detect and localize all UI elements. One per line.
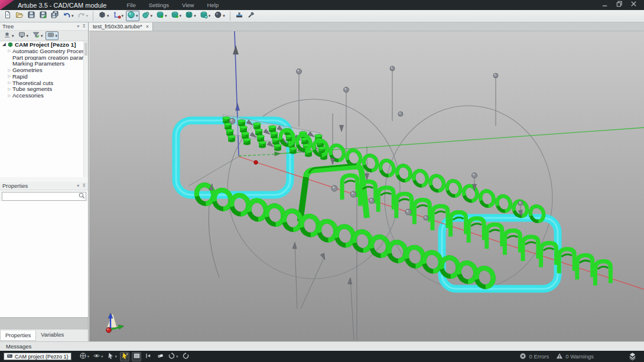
rotate-cw-button[interactable] [181, 352, 191, 361]
dropdown-caret-icon[interactable]: ▾ [27, 34, 29, 38]
dropdown-caret-icon[interactable]: ▾ [180, 14, 182, 18]
chevron-down-icon[interactable]: ▾ [77, 183, 79, 188]
cursor-highlight-button[interactable] [120, 352, 129, 361]
tree-item-label: Tube segments [12, 86, 52, 93]
selection-box-button[interactable] [132, 352, 141, 361]
tree-item-marking-parameters[interactable]: Marking Parameters [0, 60, 84, 67]
dropdown-caret-icon[interactable]: ▾ [71, 14, 74, 18]
rotate-cw-icon [182, 351, 190, 362]
steering-wheel-button[interactable]: ▾ [79, 352, 90, 361]
axes-origin-button[interactable]: ▾ [112, 11, 125, 21]
tree-item-cam-project-pezzo-1[interactable]: ◢CAM Project [Pezzo 1] [0, 41, 84, 48]
properties-search-field[interactable] [2, 192, 86, 201]
tube-export-button[interactable]: ▾ [170, 11, 183, 21]
tube-add-button[interactable]: ▾ [155, 11, 168, 21]
panel-tab-properties[interactable]: Properties [0, 330, 36, 341]
save-all-button[interactable] [50, 11, 60, 21]
tree-expander-icon[interactable]: ▷ [6, 48, 12, 53]
dropdown-caret-icon[interactable]: ▾ [122, 14, 124, 18]
pin-icon[interactable]: ⊼ [82, 24, 86, 29]
render-mode-button[interactable]: ▾ [213, 11, 226, 21]
dropdown-caret-icon[interactable]: ▾ [87, 354, 90, 359]
eraser-icon [157, 351, 164, 362]
dropdown-caret-icon[interactable]: ▾ [12, 34, 14, 38]
status-bar: CAM project (Pezzo 1) ▾▾▾▾ 0 Errors 0 Wa… [0, 351, 644, 362]
dropdown-caret-icon[interactable]: ▾ [165, 14, 167, 18]
save-all-icon [51, 11, 59, 21]
tree-expander-icon[interactable]: ▷ [6, 80, 12, 85]
menu-file[interactable]: File [123, 1, 139, 9]
document-tab-label: test_fr50x30.artube* [93, 24, 142, 30]
tree-expander-icon[interactable]: ◢ [1, 42, 7, 47]
dropdown-caret-icon[interactable]: ▾ [136, 14, 138, 18]
shaded-tube-button[interactable]: ▾ [126, 11, 139, 21]
eraser-button[interactable] [155, 352, 165, 361]
redo-button[interactable]: ▾ [76, 11, 90, 21]
tree-options-button[interactable]: ▾ [2, 31, 15, 40]
dropdown-caret-icon[interactable]: ▾ [41, 34, 43, 38]
tree-item-label: Accessories [12, 92, 44, 99]
tube-transform-button[interactable]: ▾ [199, 11, 212, 21]
dropdown-caret-icon[interactable]: ▾ [223, 14, 225, 18]
dropdown-caret-icon[interactable]: ▾ [86, 14, 89, 18]
messages-bar[interactable]: Messages [0, 341, 644, 351]
cursor-button[interactable]: ▾ [106, 352, 118, 361]
clean-tool-button[interactable] [234, 11, 245, 21]
redo-icon [77, 11, 86, 21]
document-tab[interactable]: test_fr50x30.artube* × [89, 22, 153, 31]
undo-button[interactable]: ▾ [61, 11, 75, 21]
chevron-down-icon[interactable]: ▾ [77, 24, 79, 29]
panel-tab-variables[interactable]: Variables [36, 330, 69, 340]
menu-settings[interactable]: Settings [145, 1, 173, 9]
tree-item-accessories[interactable]: ▷Accessories [0, 92, 84, 99]
tree-expander-icon[interactable]: ▷ [6, 74, 12, 79]
tree-item-tube-segments[interactable]: ▷Tube segments [0, 86, 84, 93]
dropdown-caret-icon[interactable]: ▾ [101, 354, 103, 359]
eye-button[interactable]: ▾ [92, 352, 104, 361]
machine-cube-button[interactable]: ▾ [97, 11, 110, 21]
tube-rotate-button[interactable]: ▾ [141, 11, 154, 21]
wrench-tool-button[interactable] [246, 11, 256, 21]
warnings-icon [556, 351, 563, 362]
3d-canvas[interactable] [89, 31, 644, 341]
project-selector[interactable]: CAM project (Pezzo 1) [4, 353, 71, 360]
tree-display-button[interactable]: ▾ [17, 31, 30, 40]
tree-item-theoretical-cuts[interactable]: ▷Theoretical cuts [0, 80, 84, 86]
save-as-button[interactable] [38, 11, 48, 21]
menu-help[interactable]: Help [203, 1, 222, 9]
document-tab-bar: test_fr50x30.artube* × [89, 22, 644, 31]
pin-icon[interactable]: ⊼ [82, 183, 86, 188]
snap-marker-button[interactable] [144, 352, 153, 361]
menu-view[interactable]: View [178, 1, 197, 9]
tree-view-mode-button[interactable]: ▾ [45, 31, 59, 40]
tree-expander-icon[interactable]: ▷ [6, 87, 12, 92]
tree-item-geometries[interactable]: ▷Geometries [0, 67, 84, 73]
dropdown-caret-icon[interactable]: ▾ [107, 14, 109, 18]
tree-expander-icon[interactable]: ▷ [6, 93, 12, 98]
dropdown-caret-icon[interactable]: ▾ [56, 34, 58, 38]
dropdown-caret-icon[interactable]: ▾ [176, 354, 178, 359]
tree-item-part-program-creation-parar[interactable]: Part program creation parar [0, 54, 84, 61]
tube-segments-button[interactable]: ▾ [184, 11, 197, 21]
minimize-button[interactable] [600, 0, 610, 10]
tab-close-icon[interactable]: × [146, 24, 149, 30]
dropdown-caret-icon[interactable]: ▾ [209, 14, 211, 18]
tree-expander-icon[interactable]: ▷ [6, 68, 12, 73]
restore-button[interactable] [614, 0, 624, 10]
save-file-button[interactable] [26, 11, 37, 21]
tree-panel-title: Tree [2, 23, 74, 30]
viewport: test_fr50x30.artube* × [89, 22, 644, 341]
search-input[interactable] [2, 194, 78, 200]
dropdown-caret-icon[interactable]: ▾ [115, 354, 118, 359]
close-button[interactable] [629, 0, 638, 10]
dropdown-caret-icon[interactable]: ▾ [194, 14, 196, 18]
tree-item-automatic-geometry-proces[interactable]: ▷Automatic Geometry Proces [0, 48, 84, 54]
tree-item-rapid[interactable]: ▷Rapid [0, 73, 84, 80]
new-file-button[interactable] [2, 11, 13, 21]
rotate-ccw-button[interactable]: ▾ [167, 352, 179, 361]
open-file-button[interactable] [14, 11, 25, 21]
tree-scrollbar[interactable] [83, 41, 88, 177]
render-mode-icon [214, 11, 222, 21]
dropdown-caret-icon[interactable]: ▾ [151, 14, 153, 18]
tree-filter-button[interactable]: ▾ [31, 31, 44, 40]
